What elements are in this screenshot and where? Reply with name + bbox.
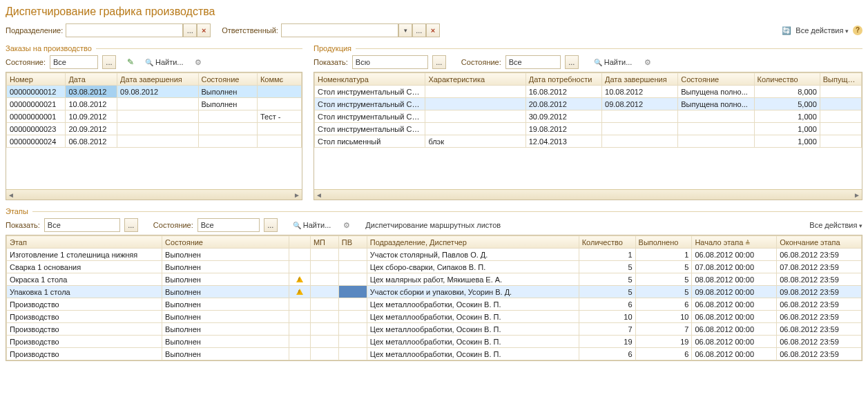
table-row[interactable]: Сварка 1 основанияВыполненЦех сборо-свар… <box>7 261 862 273</box>
warning-icon <box>296 289 303 295</box>
table-row[interactable]: Стол письменныйблэк12.04.20131,000 <box>315 135 862 148</box>
table-row[interactable]: Изготовление 1 столешница нижняяВыполнен… <box>7 249 862 261</box>
orders-col-state[interactable]: Состояние <box>198 73 257 86</box>
stages-col-mp[interactable]: МП <box>310 236 338 249</box>
stages-state-pick-button[interactable]: ... <box>264 218 278 232</box>
products-legend: Продукция <box>314 44 862 52</box>
table-row[interactable]: Окраска 1 столаВыполненЦех малярных рабо… <box>7 273 862 286</box>
dept-label: Подразделение: <box>6 26 63 35</box>
orders-state-select[interactable]: Все <box>50 55 98 69</box>
products-show-pick-button[interactable]: ... <box>432 55 446 69</box>
products-col-need[interactable]: Дата потребности <box>525 73 601 86</box>
help-icon[interactable]: ? <box>853 26 862 35</box>
products-state-select[interactable]: Все <box>505 55 561 69</box>
stages-state-select[interactable]: Все <box>197 218 260 232</box>
orders-col-date[interactable]: Дата <box>66 73 117 86</box>
products-grid[interactable]: Номенклатура Характеристика Дата потребн… <box>314 72 862 200</box>
table-row[interactable]: ПроизводствоВыполненЦех металлообработки… <box>7 323 862 336</box>
products-show-label: Показать: <box>314 58 348 66</box>
table-row[interactable]: Стол инструментальный СИ...30.09.20121,0… <box>315 110 862 123</box>
stages-col-dept[interactable]: Подразделение, Диспетчер <box>367 236 579 249</box>
products-col-nom[interactable]: Номенклатура <box>315 73 425 86</box>
products-show-select[interactable]: Всю <box>352 55 428 69</box>
stages-settings-icon[interactable] <box>343 221 350 230</box>
products-settings-icon[interactable] <box>644 58 651 67</box>
dept-input[interactable] <box>66 23 183 37</box>
top-filter-row: Подразделение: ... × Ответственный: ... … <box>6 23 862 37</box>
table-row[interactable]: Упаковка 1 столаВыполненУчасток сборки и… <box>7 286 862 298</box>
table-row[interactable]: 0000000000110.09.2012Тест - <box>7 110 302 123</box>
stages-col-warn[interactable] <box>289 236 311 249</box>
resp-select-button[interactable]: ... <box>412 23 426 37</box>
stages-col-qty[interactable]: Количество <box>579 236 635 249</box>
table-row[interactable]: 0000000002320.09.2012 <box>7 123 302 135</box>
products-col-out[interactable]: Выпущено <box>820 73 861 86</box>
dept-select-button[interactable]: ... <box>183 23 197 37</box>
table-row[interactable]: ПроизводствоВыполненЦех металлообработки… <box>7 348 862 360</box>
orders-scrollbar[interactable]: ◄► <box>6 189 302 200</box>
orders-col-end[interactable]: Дата завершения <box>117 73 198 86</box>
orders-find-button[interactable]: Найти... <box>145 58 184 66</box>
orders-col-num[interactable]: Номер <box>7 73 66 86</box>
orders-legend: Заказы на производство <box>6 44 302 52</box>
table-row[interactable]: ПроизводствоВыполненЦех металлообработки… <box>7 311 862 323</box>
products-find-button[interactable]: Найти... <box>594 58 633 66</box>
stages-col-state[interactable]: Состояние <box>162 236 289 249</box>
stages-show-label: Показать: <box>6 221 40 229</box>
orders-col-comment[interactable]: Коммє <box>257 73 301 86</box>
refresh-icon[interactable] <box>782 26 791 35</box>
products-state-pick-button[interactable]: ... <box>565 55 579 69</box>
dept-clear-button[interactable]: × <box>197 23 211 37</box>
stages-col-done[interactable]: Выполнено <box>635 236 692 249</box>
table-row[interactable]: 0000000002110.08.2012Выполнен <box>7 98 302 110</box>
resp-dropdown-button[interactable] <box>398 23 412 37</box>
stages-col-start[interactable]: Начало этапа ≜ <box>692 236 777 249</box>
orders-state-pick-button[interactable]: ... <box>102 55 116 69</box>
orders-grid[interactable]: Номер Дата Дата завершения Состояние Ком… <box>6 72 302 200</box>
dispatch-routes-link[interactable]: Диспетчирование маршрутных листов <box>365 221 501 229</box>
stages-col-stage[interactable]: Этап <box>7 236 162 249</box>
table-row[interactable]: Стол инструментальный СИ...19.08.20121,0… <box>315 123 862 135</box>
stages-find-button[interactable]: Найти... <box>293 221 331 229</box>
stages-col-end[interactable]: Окончание этапа <box>777 236 862 249</box>
stages-all-actions-button[interactable]: Все действия <box>809 221 862 229</box>
stages-legend: Этапы <box>6 207 862 215</box>
resp-input[interactable] <box>281 23 398 37</box>
resp-label: Ответственный: <box>222 26 278 35</box>
table-row[interactable]: Стол инструментальный СИ...16.08.201210.… <box>315 86 862 98</box>
products-col-end[interactable]: Дата завершения <box>602 73 678 86</box>
resp-clear-button[interactable]: × <box>426 23 440 37</box>
products-col-qty[interactable]: Количество <box>754 73 820 86</box>
table-row[interactable]: 0000000001203.08.201209.08.2012Выполнен <box>7 86 302 98</box>
products-col-state[interactable]: Состояние <box>678 73 754 86</box>
stages-show-pick-button[interactable]: ... <box>124 218 138 232</box>
table-row[interactable]: 0000000002406.08.2012 <box>7 135 302 148</box>
table-row[interactable]: ПроизводствоВыполненЦех металлообработки… <box>7 298 862 311</box>
orders-settings-icon[interactable] <box>195 58 202 67</box>
all-actions-button[interactable]: Все действия <box>795 26 849 35</box>
orders-state-label: Состояние: <box>6 58 46 66</box>
warning-icon <box>296 276 303 282</box>
table-row[interactable]: ПроизводствоВыполненЦех металлообработки… <box>7 336 862 348</box>
stages-state-label: Состояние: <box>153 221 193 229</box>
products-col-char[interactable]: Характеристика <box>425 73 525 86</box>
orders-edit-icon[interactable] <box>127 57 134 67</box>
products-state-label: Состояние: <box>461 58 501 66</box>
stages-col-pv[interactable]: ПВ <box>338 236 367 249</box>
stages-show-select[interactable]: Все <box>44 218 120 232</box>
products-scrollbar[interactable]: ◄► <box>314 189 862 200</box>
table-row[interactable]: Стол инструментальный СИ...20.08.201209.… <box>315 98 862 110</box>
page-title: Диспетчирование графика производства <box>6 6 862 18</box>
stages-grid[interactable]: Этап Состояние МП ПВ Подразделение, Дисп… <box>6 235 862 361</box>
